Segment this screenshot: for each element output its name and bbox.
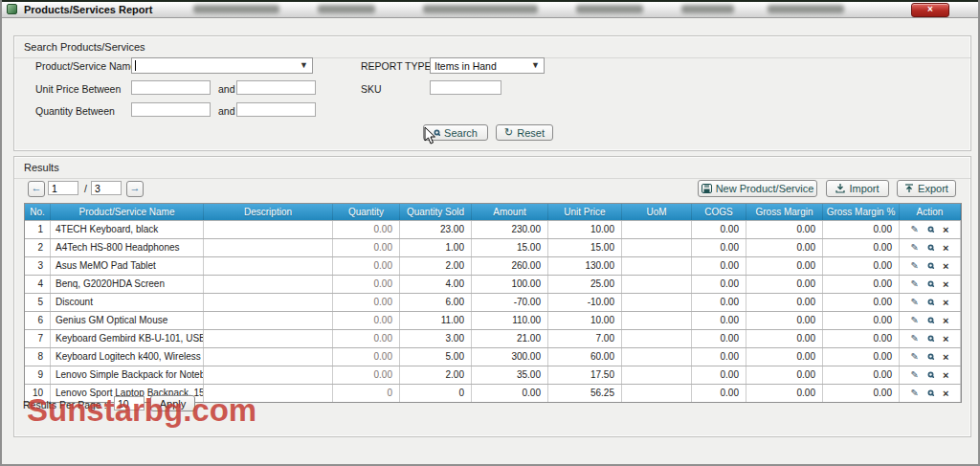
new-product-service-button[interactable]: New Product/Service (698, 180, 817, 197)
edit-icon[interactable]: ✎ (911, 279, 919, 289)
delete-icon[interactable]: × (943, 225, 948, 235)
edit-icon[interactable]: ✎ (911, 352, 919, 362)
table-cell (204, 330, 333, 347)
unit-price-min-input[interactable] (131, 80, 211, 95)
sku-input[interactable] (430, 80, 501, 95)
column-header[interactable]: Action (900, 204, 961, 220)
current-page-input[interactable] (48, 181, 78, 195)
next-page-button[interactable]: → (126, 181, 144, 197)
table-cell (622, 366, 692, 384)
quantity-min-input[interactable] (131, 102, 211, 117)
table-cell: 5.00 (400, 348, 472, 366)
column-header[interactable]: Quantity Sold (400, 204, 472, 220)
edit-icon[interactable]: ✎ (911, 225, 919, 234)
delete-icon[interactable]: × (943, 279, 948, 290)
view-icon[interactable] (927, 352, 934, 362)
new-product-icon (702, 184, 712, 193)
column-header[interactable]: COGS (692, 204, 746, 220)
import-button[interactable]: Import (826, 180, 889, 197)
report-type-combobox[interactable]: Items in Hand ▼ (430, 57, 545, 74)
table-row: 8Keyboard Logitech k400, Wireless0.005.0… (25, 347, 961, 366)
edit-icon[interactable]: ✎ (911, 370, 919, 380)
table-cell (204, 221, 333, 238)
delete-icon[interactable]: × (943, 388, 948, 399)
view-icon[interactable] (927, 370, 934, 380)
table-cell: 6 (25, 312, 51, 329)
title-bar[interactable]: Products/Services Report × (2, 2, 978, 18)
chevron-down-icon[interactable]: ▼ (531, 60, 540, 70)
action-cell: ✎× (900, 385, 961, 402)
delete-icon[interactable]: × (943, 370, 948, 381)
view-icon[interactable] (927, 225, 934, 234)
action-cell: ✎× (900, 366, 961, 384)
view-icon[interactable] (927, 334, 934, 344)
column-header[interactable]: UoM (622, 204, 692, 220)
new-product-service-label: New Product/Service (716, 183, 814, 194)
close-button[interactable]: × (911, 3, 949, 17)
column-header[interactable]: Amount (472, 204, 548, 220)
table-cell (622, 294, 692, 311)
table-row: 6Genius GM Optical Mouse0.0011.00110.001… (25, 311, 961, 329)
edit-icon[interactable]: ✎ (911, 298, 919, 307)
table-cell: 8 (25, 348, 51, 366)
column-header[interactable]: Quantity (333, 204, 400, 220)
product-name-label: Product/Service Name (35, 60, 136, 72)
delete-icon[interactable]: × (943, 243, 948, 254)
edit-icon[interactable]: ✎ (911, 388, 919, 398)
column-header[interactable]: Unit Price (548, 204, 622, 220)
view-icon[interactable] (927, 243, 934, 253)
table-cell: 6.00 (400, 294, 472, 311)
column-header[interactable]: Gross Margin % (823, 204, 900, 220)
table-cell: Lenovo Simple Backpack for Notebook ... (51, 366, 204, 384)
view-icon[interactable] (927, 298, 934, 307)
column-header[interactable]: No. (25, 204, 51, 220)
reset-button[interactable]: ↻ Reset (496, 124, 553, 141)
delete-icon[interactable]: × (943, 261, 948, 272)
export-icon (904, 184, 914, 193)
sku-label: SKU (361, 83, 382, 95)
prev-page-button[interactable]: ← (28, 181, 45, 197)
titlebar-smudge (193, 5, 279, 13)
table-cell: 0.00 (692, 239, 746, 256)
delete-icon[interactable]: × (943, 334, 948, 344)
table-cell: 0.00 (823, 257, 900, 275)
view-icon[interactable] (927, 279, 934, 289)
table-cell (204, 312, 333, 329)
view-icon[interactable] (927, 316, 934, 325)
table-cell: 25.00 (548, 276, 622, 293)
report-type-value: Items in Hand (434, 60, 497, 72)
column-header[interactable]: Product/Service Name (51, 204, 204, 220)
edit-icon[interactable]: ✎ (911, 316, 919, 325)
titlebar-smudge (681, 5, 734, 13)
edit-icon[interactable]: ✎ (911, 243, 919, 253)
chevron-down-icon[interactable]: ▼ (300, 60, 308, 70)
delete-icon[interactable]: × (943, 352, 948, 363)
table-cell: 0.00 (823, 366, 900, 384)
search-panel-title: Search Products/Services (24, 41, 145, 53)
table-cell: 0.00 (333, 312, 400, 329)
table-cell: 2.00 (400, 366, 472, 384)
delete-icon[interactable]: × (943, 316, 948, 326)
page-separator: / (84, 183, 87, 194)
view-icon[interactable] (927, 388, 934, 398)
column-header[interactable]: Description (204, 204, 333, 220)
total-pages-input[interactable] (91, 181, 122, 195)
table-cell: 0.00 (746, 276, 823, 293)
table-cell: 1 (25, 221, 51, 238)
export-button[interactable]: Export (897, 180, 956, 197)
delete-icon[interactable]: × (943, 298, 948, 308)
table-cell: 0.00 (333, 221, 400, 238)
view-icon[interactable] (927, 261, 934, 271)
product-name-combobox[interactable]: ▼ (131, 57, 313, 74)
column-header[interactable]: Gross Margin (746, 204, 823, 220)
quantity-max-input[interactable] (236, 102, 316, 117)
edit-icon[interactable]: ✎ (911, 334, 919, 344)
table-cell: 230.00 (472, 221, 548, 238)
unit-price-max-input[interactable] (236, 80, 316, 95)
titlebar-smudge (576, 5, 643, 13)
edit-icon[interactable]: ✎ (911, 261, 919, 271)
view-icon (927, 227, 933, 233)
table-cell: 0.00 (692, 221, 746, 238)
table-cell (204, 294, 333, 311)
table-body: 14TECH Keyboard, black0.0023.00230.0010.… (25, 220, 961, 402)
